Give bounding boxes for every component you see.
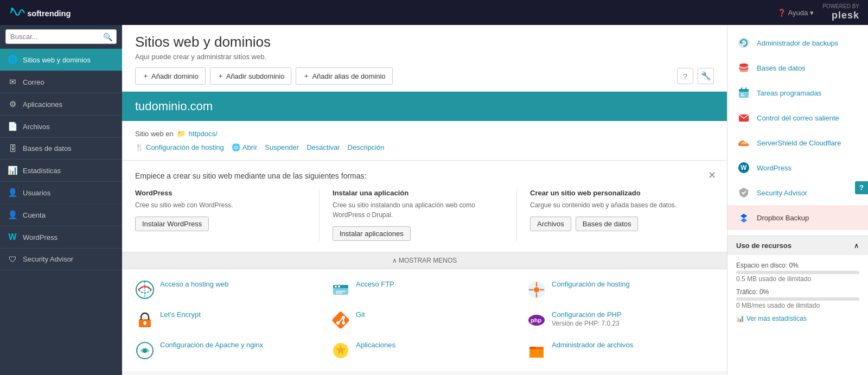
sidebar-item-correo[interactable]: ✉ Correo xyxy=(0,71,122,93)
sidebar-item-bases[interactable]: 🗄 Bases de datos xyxy=(0,138,122,160)
domain-name: tudominio.com xyxy=(135,99,213,113)
resources-header[interactable]: Uso de recursos ∧ xyxy=(727,236,868,255)
svg-text:php: php xyxy=(531,317,541,323)
add-alias-button[interactable]: ＋ Añadir alias de dominio xyxy=(296,67,392,85)
traffic-bar xyxy=(736,297,859,301)
hosting-config-link2[interactable]: Configuración de hosting xyxy=(552,280,630,288)
sidebar-item-usuarios[interactable]: 👤 Usuarios xyxy=(0,182,122,204)
mail-control-label: Control del correo saliente xyxy=(757,114,839,122)
git-icon xyxy=(331,310,350,330)
archivos-button[interactable]: Archivos xyxy=(530,217,571,231)
sidebar-item-cuenta-label: Cuenta xyxy=(23,211,46,219)
correo-icon: ✉ xyxy=(8,77,17,87)
svg-point-0 xyxy=(11,8,14,10)
sidebar-item-correo-label: Correo xyxy=(23,78,44,86)
databases-button[interactable]: Bases de datos xyxy=(576,217,639,231)
hosting-web-link[interactable]: Acceso a hosting web xyxy=(160,280,228,288)
help-menu[interactable]: ❓ Ayuda ▾ xyxy=(777,9,814,17)
domain-header: tudominio.com xyxy=(122,92,727,121)
file-manager-link[interactable]: Administrador de archivos xyxy=(552,341,633,349)
open-link[interactable]: 🌐 Abrir xyxy=(232,143,257,151)
help-label: Ayuda xyxy=(788,9,808,17)
cloudflare-icon xyxy=(736,135,751,150)
rp-cloudflare[interactable]: ServerShield de Cloudflare xyxy=(727,130,868,155)
rp-mail-control[interactable]: Control del correo saliente xyxy=(727,105,868,130)
php-version: Versión de PHP: 7.0.23 xyxy=(552,320,714,327)
show-less-label: ∧ MOSTRAR MENOS xyxy=(392,257,457,264)
search-icon: 🔍 xyxy=(103,33,112,41)
powered-by-text: POWERED BY xyxy=(822,3,859,9)
git-link[interactable]: Git xyxy=(356,310,365,319)
resources-section: Uso de recursos ∧ Espacio en disco: 0% 0… xyxy=(727,236,868,329)
security-rp-icon xyxy=(736,185,751,200)
close-button[interactable]: ✕ xyxy=(708,169,716,181)
sidebar-item-security[interactable]: 🛡 Security Advisor xyxy=(0,249,122,270)
install-apps-button[interactable]: Instalar aplicaciones xyxy=(333,226,411,241)
settings-action-icon[interactable]: 🔧 xyxy=(698,68,714,84)
databases-rp-label: Bases de datos xyxy=(757,64,806,72)
deactivate-link[interactable]: Desactivar xyxy=(307,143,340,151)
tools-grid: Acceso a hosting web Acceso FTP xyxy=(122,269,727,371)
sidebar-item-cuenta[interactable]: 👤 Cuenta xyxy=(0,204,122,226)
tool-file-manager: Administrador de archivos xyxy=(527,341,714,360)
disk-resource: Espacio en disco: 0% 0.5 MB usado de ili… xyxy=(736,262,859,283)
rp-security[interactable]: Security Advisor xyxy=(727,180,868,205)
domain-path: Sitio web en 📁 httpdocs/ xyxy=(135,130,714,138)
rp-databases[interactable]: Bases de datos xyxy=(727,55,868,80)
description-link[interactable]: Descripción xyxy=(348,143,385,151)
hosting-config-link[interactable]: 🍴 Configuración de hosting xyxy=(135,143,224,151)
wordpress-rp-icon: W xyxy=(736,160,751,175)
svg-point-7 xyxy=(338,285,340,288)
search-input[interactable] xyxy=(5,29,117,44)
help-action-icon[interactable]: ? xyxy=(677,68,693,84)
archivos-icon: 📄 xyxy=(8,122,17,131)
cuenta-icon: 👤 xyxy=(8,210,17,220)
install-wordpress-button[interactable]: Instalar WordPress xyxy=(135,217,209,231)
ftp-link[interactable]: Acceso FTP xyxy=(356,280,394,288)
show-less-bar[interactable]: ∧ MOSTRAR MENOS xyxy=(122,252,727,269)
wordpress-rp-label: WordPress xyxy=(757,164,792,172)
hosting-web-icon xyxy=(135,280,155,300)
domain-actions: 🍴 Configuración de hosting 🌐 Abrir Suspe… xyxy=(135,143,714,151)
help-bubble[interactable]: ? xyxy=(855,181,868,194)
apache-link[interactable]: Configuración de Apache y nginx xyxy=(160,341,263,349)
php-icon: php xyxy=(527,310,546,330)
backups-icon xyxy=(736,35,751,50)
suspend-link[interactable]: Suspender xyxy=(265,143,299,151)
traffic-label: Tráfico: 0% xyxy=(736,288,859,296)
sidebar-item-estadisticas[interactable]: 📊 Estadísticas xyxy=(0,160,122,182)
letsencrypt-link[interactable]: Let's Encrypt xyxy=(160,310,201,319)
add-subdomain-icon: ＋ xyxy=(217,71,224,81)
php-link[interactable]: Configuración de PHP xyxy=(552,310,622,319)
add-domain-button[interactable]: ＋ Añadir dominio xyxy=(135,67,206,85)
sidebar-item-sitios[interactable]: 🌐 Sitios web y dominios xyxy=(0,49,122,71)
domain-body: Sitio web en 📁 httpdocs/ 🍴 Configuración… xyxy=(122,121,727,161)
svg-text:W: W xyxy=(741,164,747,171)
tool-git: Git xyxy=(331,310,518,330)
resources-body: Espacio en disco: 0% 0.5 MB usado de ili… xyxy=(727,255,868,329)
sidebar-item-aplicaciones[interactable]: ⚙ Aplicaciones xyxy=(0,93,122,116)
page-subtitle: Aquí puede crear y administrar sitios we… xyxy=(135,53,714,61)
rp-wordpress[interactable]: W WordPress xyxy=(727,155,868,180)
scheduled-icon xyxy=(736,85,751,100)
httpdocs-link[interactable]: httpdocs/ xyxy=(189,130,218,138)
apache-icon xyxy=(135,341,155,360)
stats-link[interactable]: 📊 Ver más estadísticas xyxy=(736,315,859,322)
add-domain-icon: ＋ xyxy=(142,71,149,81)
usuarios-icon: 👤 xyxy=(8,188,17,198)
sidebar-item-archivos[interactable]: 📄 Archivos xyxy=(0,116,122,138)
resources-collapse-icon: ∧ xyxy=(854,241,859,250)
right-panel-items: Administrador de backups Bases de datos … xyxy=(727,25,868,236)
rp-dropbox[interactable]: Dropbox Backup xyxy=(727,205,868,230)
rp-backups[interactable]: Administrador de backups xyxy=(727,30,868,55)
add-subdomain-button[interactable]: ＋ Añadir subdominio xyxy=(210,67,292,85)
rp-scheduled[interactable]: Tareas programadas xyxy=(727,80,868,105)
getting-started-box: ✕ Empiece a crear su sitio web mediante … xyxy=(122,161,727,252)
sidebar-search-container: 🔍 xyxy=(0,25,122,49)
sidebar-item-wordpress[interactable]: W WordPress xyxy=(0,226,122,249)
aplicaciones2-link[interactable]: Aplicaciones xyxy=(356,341,395,349)
sidebar-item-sitios-label: Sitios web y dominios xyxy=(23,56,91,64)
backups-label: Administrador de backups xyxy=(757,39,838,47)
domain-block: tudominio.com Sitio web en 📁 httpdocs/ 🍴… xyxy=(122,92,727,371)
gs-col-custom-title: Crear un sitio web personalizado xyxy=(530,189,701,197)
